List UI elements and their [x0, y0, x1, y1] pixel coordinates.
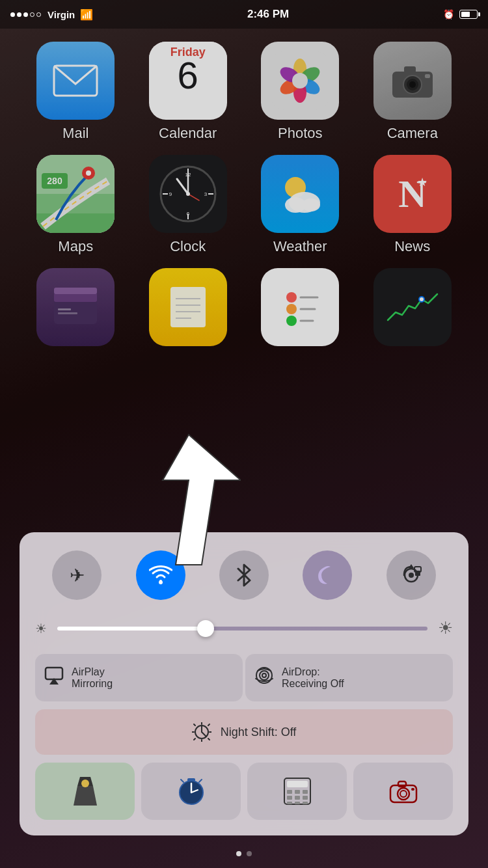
battery-fill	[461, 12, 470, 17]
svg-line-87	[199, 780, 202, 782]
flashlight-icon	[74, 777, 97, 806]
svg-rect-103	[411, 788, 414, 791]
camera-shortcut-icon	[389, 779, 418, 804]
airdrop-text: AirDrop: Receiving Off	[282, 666, 344, 690]
airdrop-icon	[254, 666, 274, 690]
svg-point-81	[81, 780, 89, 787]
svg-rect-90	[287, 790, 292, 794]
camera-shortcut-button[interactable]	[353, 763, 453, 820]
battery-icon	[459, 10, 478, 19]
calculator-button[interactable]	[247, 763, 347, 820]
svg-point-101	[400, 791, 407, 797]
signal-dots	[10, 12, 41, 17]
svg-rect-97	[295, 802, 300, 804]
airplay-line1: AirPlay	[72, 666, 113, 678]
wifi-icon	[149, 565, 172, 585]
svg-point-100	[398, 788, 409, 800]
svg-rect-91	[295, 790, 300, 794]
bluetooth-button[interactable]	[219, 550, 269, 600]
status-time: 2:46 PM	[247, 8, 289, 21]
svg-point-60	[159, 580, 163, 584]
svg-point-68	[260, 671, 269, 680]
svg-rect-93	[287, 796, 292, 800]
svg-line-77	[208, 724, 210, 726]
status-bar: Virgin 📶 2:46 PM ⏰	[0, 0, 488, 29]
wifi-status-icon: 📶	[80, 8, 93, 21]
signal-dot-1	[10, 12, 15, 17]
night-shift-label: Night Shift: Off	[221, 726, 297, 739]
svg-rect-95	[303, 796, 308, 800]
signal-dot-3	[23, 12, 28, 17]
svg-rect-102	[398, 781, 406, 787]
svg-line-78	[194, 739, 195, 740]
wifi-button[interactable]	[136, 550, 185, 600]
brightness-track[interactable]	[57, 627, 427, 631]
status-left: Virgin 📶	[10, 8, 93, 21]
action-row: AirPlay Mirroring AirDrop: Receiving Off	[35, 654, 453, 701]
signal-dot-2	[17, 12, 21, 17]
svg-line-76	[208, 739, 210, 740]
toggle-row: ✈	[35, 550, 453, 600]
svg-rect-85	[187, 778, 195, 781]
orientation-lock-icon	[400, 564, 422, 586]
signal-dot-5	[36, 12, 41, 17]
timer-button[interactable]	[141, 763, 241, 820]
timer-icon	[177, 777, 206, 806]
shortcut-row	[35, 763, 453, 820]
brightness-high-icon: ☀	[438, 618, 453, 638]
bluetooth-icon	[234, 563, 254, 587]
svg-rect-64	[415, 571, 420, 576]
brightness-low-icon: ☀	[35, 621, 47, 636]
calculator-icon	[283, 777, 312, 806]
brightness-thumb[interactable]	[197, 620, 214, 637]
airplay-mirroring-button[interactable]: AirPlay Mirroring	[35, 654, 243, 701]
airplay-line2: Mirroring	[72, 678, 113, 690]
svg-rect-96	[287, 802, 292, 804]
airdrop-line2: Receiving Off	[282, 678, 344, 690]
flashlight-button[interactable]	[35, 763, 135, 820]
svg-rect-94	[295, 796, 300, 800]
svg-line-86	[181, 780, 183, 782]
signal-dot-4	[30, 12, 34, 17]
do-not-disturb-button[interactable]	[303, 550, 352, 600]
svg-marker-80	[74, 786, 97, 806]
svg-rect-66	[46, 668, 62, 679]
svg-point-62	[409, 573, 414, 578]
night-shift-icon	[192, 722, 211, 742]
status-right: ⏰	[443, 9, 478, 20]
airplay-svg	[44, 666, 64, 685]
airdrop-line1: AirDrop:	[282, 666, 344, 678]
airplane-icon: ✈	[70, 565, 85, 586]
night-shift-button[interactable]: Night Shift: Off	[35, 709, 453, 755]
orientation-lock-button[interactable]	[386, 550, 436, 600]
battery	[459, 10, 478, 19]
svg-line-75	[194, 724, 195, 726]
airdrop-button[interactable]: AirDrop: Receiving Off	[245, 654, 453, 701]
airplay-icon	[44, 666, 64, 689]
airplane-mode-button[interactable]: ✈	[52, 550, 102, 600]
airplay-text: AirPlay Mirroring	[72, 666, 113, 690]
svg-point-69	[262, 673, 266, 677]
svg-rect-89	[287, 781, 308, 787]
carrier-name: Virgin	[47, 9, 75, 20]
svg-rect-98	[303, 802, 308, 804]
control-center: ✈	[20, 532, 468, 835]
moon-icon	[316, 564, 338, 586]
svg-rect-92	[303, 790, 308, 794]
airdrop-svg	[254, 666, 274, 685]
brightness-row: ☀ ☀	[35, 618, 453, 638]
alarm-icon: ⏰	[443, 9, 454, 20]
